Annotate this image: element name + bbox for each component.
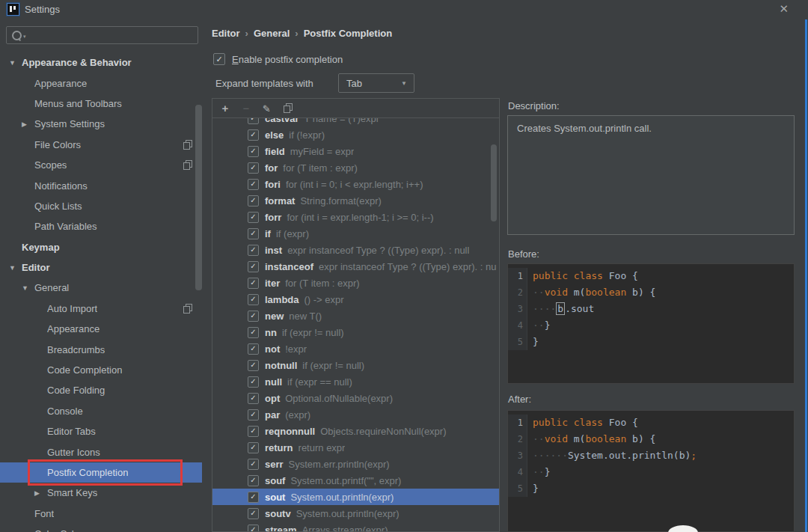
sidebar-item-scopes[interactable]: Scopes xyxy=(0,155,202,175)
template-row-souf[interactable]: ✓soufSystem.out.printf("", expr) xyxy=(212,472,499,489)
sidebar-item-system-settings[interactable]: ▶System Settings xyxy=(0,114,202,134)
checkbox-checked-icon[interactable]: ✓ xyxy=(248,426,259,437)
sidebar-item-font[interactable]: Font xyxy=(0,504,202,524)
checkbox-checked-icon[interactable]: ✓ xyxy=(248,146,259,157)
checkbox-checked-icon[interactable]: ✓ xyxy=(248,492,259,503)
sidebar-item-label: Scopes xyxy=(34,159,67,171)
sidebar-item-keymap[interactable]: Keymap xyxy=(0,237,202,257)
add-button[interactable]: + xyxy=(219,103,231,114)
tree-expand-icon[interactable]: ▶ xyxy=(34,489,47,497)
sidebar-item-general[interactable]: ▼General xyxy=(0,278,202,298)
duplicate-button[interactable] xyxy=(284,103,293,113)
template-row-opt[interactable]: ✓optOptional.ofNullable(expr) xyxy=(212,390,499,406)
checkbox-checked-icon[interactable]: ✓ xyxy=(248,278,259,289)
template-row-not[interactable]: ✓not!expr xyxy=(212,340,499,357)
checkbox-checked-icon[interactable]: ✓ xyxy=(248,195,259,207)
checkbox-checked-icon[interactable]: ✓ xyxy=(248,179,259,190)
caret-box: b xyxy=(556,302,565,315)
code-line: 1public class Foo { xyxy=(508,268,794,284)
sidebar-item-postfix-completion[interactable]: Postfix Completion xyxy=(0,462,202,483)
tree-collapse-icon[interactable]: ▼ xyxy=(22,284,34,292)
template-row-for[interactable]: ✓forfor (T item : expr) xyxy=(212,159,499,176)
check-icon: ✓ xyxy=(215,55,222,64)
code-line: 4··} xyxy=(508,464,794,480)
sidebar-item-notifications[interactable]: Notifications xyxy=(0,175,202,195)
checkbox-checked-icon[interactable]: ✓ xyxy=(248,261,259,272)
template-row-field[interactable]: ✓fieldmyField = expr xyxy=(212,143,499,159)
search-box[interactable]: ▾ xyxy=(6,26,198,44)
sidebar-item-quick-lists[interactable]: Quick Lists xyxy=(0,196,202,216)
sidebar-item-path-variables[interactable]: Path Variables xyxy=(0,216,202,236)
template-row-reqnonnull[interactable]: ✓reqnonnullObjects.requireNonNull(expr) xyxy=(212,423,499,439)
template-row-notnull[interactable]: ✓notnullif (expr != null) xyxy=(212,357,499,373)
template-row-nn[interactable]: ✓nnif (expr != null) xyxy=(212,324,499,340)
expand-with-dropdown[interactable]: Tab ▼ xyxy=(338,73,414,93)
template-list-scrollbar[interactable] xyxy=(491,144,497,221)
sidebar-item-smart-keys[interactable]: ▶Smart Keys xyxy=(0,483,202,503)
template-row-iter[interactable]: ✓iterfor (T item : expr) xyxy=(212,275,499,291)
template-row-stream[interactable]: ✓streamArrays.stream(expr) xyxy=(212,522,499,531)
checkbox-checked-icon[interactable]: ✓ xyxy=(248,245,259,256)
tree-collapse-icon[interactable]: ▼ xyxy=(9,264,22,272)
checkbox-checked-icon[interactable]: ✓ xyxy=(248,228,259,239)
checkbox-checked-icon[interactable]: ✓ xyxy=(248,343,259,355)
template-row-null[interactable]: ✓nullif (expr == null) xyxy=(212,373,499,390)
breadcrumb-editor[interactable]: Editor xyxy=(212,28,240,39)
template-row-new[interactable]: ✓newnew T() xyxy=(212,308,499,324)
remove-button[interactable]: − xyxy=(240,103,252,114)
template-row-soutv[interactable]: ✓soutvSystem.out.println(expr) xyxy=(212,505,499,522)
sidebar-item-appearance[interactable]: Appearance xyxy=(0,73,202,93)
checkbox-checked-icon[interactable]: ✓ xyxy=(248,475,259,486)
checkbox-checked-icon[interactable]: ✓ xyxy=(248,508,259,519)
checkbox-checked-icon[interactable]: ✓ xyxy=(248,459,259,470)
checkbox-checked-icon[interactable]: ✓ xyxy=(248,327,259,338)
checkbox-checked-icon[interactable]: ✓ xyxy=(248,442,259,453)
checkbox-checked-icon[interactable]: ✓ xyxy=(248,212,259,223)
sidebar-item-editor[interactable]: ▼Editor xyxy=(0,257,202,278)
checkbox-checked-icon[interactable]: ✓ xyxy=(248,525,259,532)
code-token: ·· xyxy=(533,466,545,477)
tree-collapse-icon[interactable]: ▼ xyxy=(9,59,22,67)
sidebar-item-file-colors[interactable]: File Colors xyxy=(0,135,202,155)
checkbox-checked-icon[interactable]: ✓ xyxy=(248,360,259,371)
sidebar-item-code-completion[interactable]: Code Completion xyxy=(0,360,202,380)
sidebar-item-auto-import[interactable]: Auto Import xyxy=(0,299,202,319)
template-row-inst[interactable]: ✓instexpr instanceof Type ? ((Type) expr… xyxy=(212,242,499,258)
template-row-instanceof[interactable]: ✓instanceofexpr instanceof Type ? ((Type… xyxy=(212,258,499,275)
checkbox-checked-icon[interactable]: ✓ xyxy=(248,311,259,322)
template-row-forr[interactable]: ✓forrfor (int i = expr.length-1; i >= 0;… xyxy=(212,209,499,225)
template-row-format[interactable]: ✓formatString.format(expr) xyxy=(212,192,499,209)
template-row-serr[interactable]: ✓serrSystem.err.println(expr) xyxy=(212,456,499,472)
tree-expand-icon[interactable]: ▶ xyxy=(22,120,34,128)
sidebar-item-editor-tabs[interactable]: Editor Tabs xyxy=(0,421,202,441)
checkbox-checked-icon[interactable]: ✓ xyxy=(248,376,259,388)
checkbox-checked-icon[interactable]: ✓ xyxy=(248,294,259,305)
sidebar-item-label: Font xyxy=(34,508,54,519)
template-row-sout[interactable]: ✓soutSystem.out.println(expr) xyxy=(212,489,499,505)
sidebar-scrollbar[interactable] xyxy=(195,105,202,290)
template-row-return[interactable]: ✓returnreturn expr xyxy=(212,439,499,456)
checkbox-checked-icon[interactable]: ✓ xyxy=(248,118,259,124)
breadcrumb-general[interactable]: General xyxy=(254,28,290,39)
edit-button[interactable]: ✎ xyxy=(261,103,273,114)
enable-postfix-checkbox[interactable]: ✓ xyxy=(213,53,225,65)
search-input[interactable] xyxy=(26,28,198,43)
template-row-fori[interactable]: ✓forifor (int i = 0; i < expr.length; i+… xyxy=(212,176,499,192)
checkbox-checked-icon[interactable]: ✓ xyxy=(248,162,259,174)
template-row-castvar[interactable]: ✓castvarT name = (T)expr xyxy=(212,118,499,126)
sidebar-item-color-scheme[interactable]: ▶Color Scheme xyxy=(0,524,202,532)
sidebar-item-appearance[interactable]: Appearance xyxy=(0,319,202,339)
template-row-else[interactable]: ✓elseif (!expr) xyxy=(212,126,499,143)
checkbox-checked-icon[interactable]: ✓ xyxy=(248,393,259,404)
sidebar-item-console[interactable]: Console xyxy=(0,401,202,421)
template-row-if[interactable]: ✓ifif (expr) xyxy=(212,225,499,242)
checkbox-checked-icon[interactable]: ✓ xyxy=(248,409,259,421)
sidebar-item-breadcrumbs[interactable]: Breadcrumbs xyxy=(0,339,202,359)
sidebar-item-gutter-icons[interactable]: Gutter Icons xyxy=(0,441,202,462)
sidebar-item-menus-and-toolbars[interactable]: Menus and Toolbars xyxy=(0,94,202,114)
sidebar-item-appearance-behavior[interactable]: ▼Appearance & Behavior xyxy=(0,52,202,73)
template-row-lambda[interactable]: ✓lambda() -> expr xyxy=(212,291,499,308)
template-row-par[interactable]: ✓par(expr) xyxy=(212,406,499,423)
checkbox-checked-icon[interactable]: ✓ xyxy=(248,129,259,141)
sidebar-item-code-folding[interactable]: Code Folding xyxy=(0,380,202,400)
